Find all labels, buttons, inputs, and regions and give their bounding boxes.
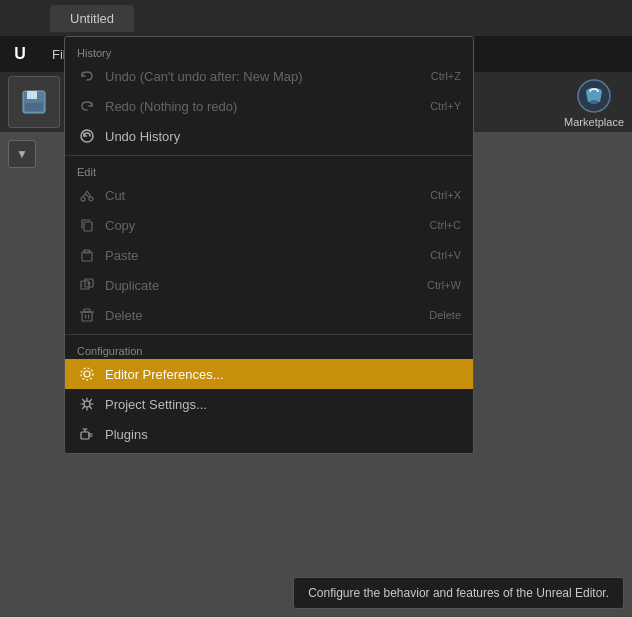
paste-icon <box>77 245 97 265</box>
paste-shortcut: Ctrl+V <box>430 249 461 261</box>
context-menu: History Undo (Can't undo after: New Map)… <box>64 36 474 454</box>
toolbar-save-icon[interactable] <box>8 76 60 128</box>
menu-paste[interactable]: Paste Ctrl+V <box>65 240 473 270</box>
section-label-history: History <box>65 41 473 61</box>
redo-icon <box>77 96 97 116</box>
copy-label: Copy <box>105 218 430 233</box>
menu-undo[interactable]: Undo (Can't undo after: New Map) Ctrl+Z <box>65 61 473 91</box>
copy-icon <box>77 215 97 235</box>
svg-rect-18 <box>82 312 92 321</box>
menu-project-settings[interactable]: Project Settings... <box>65 389 473 419</box>
undo-icon <box>77 66 97 86</box>
section-label-edit: Edit <box>65 160 473 180</box>
editor-preferences-icon <box>77 364 97 384</box>
cut-icon <box>77 185 97 205</box>
svg-rect-1 <box>27 91 37 99</box>
marketplace-button[interactable]: Marketplace <box>564 76 624 128</box>
svg-point-4 <box>590 100 598 104</box>
project-settings-label: Project Settings... <box>105 397 461 412</box>
title-bar: Untitled <box>0 0 632 36</box>
delete-icon <box>77 305 97 325</box>
menu-plugins[interactable]: Plugins <box>65 419 473 449</box>
menu-editor-preferences[interactable]: Editor Preferences... <box>65 359 473 389</box>
copy-shortcut: Ctrl+C <box>430 219 461 231</box>
cut-label: Cut <box>105 188 430 203</box>
divider-2 <box>65 334 473 335</box>
title-tab-label: Untitled <box>70 11 114 26</box>
unreal-logo: U <box>4 38 36 70</box>
svg-point-7 <box>89 197 93 201</box>
dropdown-arrow[interactable]: ▼ <box>8 140 36 168</box>
project-settings-icon <box>77 394 97 414</box>
tooltip: Configure the behavior and features of t… <box>293 577 624 609</box>
duplicate-icon <box>77 275 97 295</box>
undo-label: Undo (Can't undo after: New Map) <box>105 69 431 84</box>
svg-point-6 <box>81 197 85 201</box>
delete-shortcut: Delete <box>429 309 461 321</box>
svg-rect-20 <box>84 309 90 312</box>
undo-history-label: Undo History <box>105 129 461 144</box>
divider-1 <box>65 155 473 156</box>
section-label-configuration: Configuration <box>65 339 473 359</box>
duplicate-shortcut: Ctrl+W <box>427 279 461 291</box>
paste-label: Paste <box>105 248 430 263</box>
menu-undo-history[interactable]: Undo History <box>65 121 473 151</box>
svg-point-24 <box>81 368 93 380</box>
svg-line-10 <box>85 194 89 197</box>
plugins-label: Plugins <box>105 427 461 442</box>
delete-label: Delete <box>105 308 429 323</box>
menu-delete[interactable]: Delete Delete <box>65 300 473 330</box>
svg-rect-2 <box>25 103 43 111</box>
undo-shortcut: Ctrl+Z <box>431 70 461 82</box>
svg-point-23 <box>84 371 90 377</box>
undo-history-icon <box>77 126 97 146</box>
title-tab: Untitled <box>50 5 134 32</box>
main-area: ▼ History Undo (Can't undo after: New Ma… <box>0 132 632 617</box>
redo-label: Redo (Nothing to redo) <box>105 99 430 114</box>
svg-rect-11 <box>84 222 92 231</box>
svg-rect-26 <box>81 432 89 439</box>
menu-cut[interactable]: Cut Ctrl+X <box>65 180 473 210</box>
cut-shortcut: Ctrl+X <box>430 189 461 201</box>
redo-shortcut: Ctrl+Y <box>430 100 461 112</box>
marketplace-icon <box>572 76 616 116</box>
tooltip-text: Configure the behavior and features of t… <box>308 586 609 600</box>
plugins-icon <box>77 424 97 444</box>
menu-redo[interactable]: Redo (Nothing to redo) Ctrl+Y <box>65 91 473 121</box>
duplicate-label: Duplicate <box>105 278 427 293</box>
marketplace-label: Marketplace <box>564 116 624 128</box>
menu-copy[interactable]: Copy Ctrl+C <box>65 210 473 240</box>
editor-preferences-label: Editor Preferences... <box>105 367 461 382</box>
menu-duplicate[interactable]: Duplicate Ctrl+W <box>65 270 473 300</box>
